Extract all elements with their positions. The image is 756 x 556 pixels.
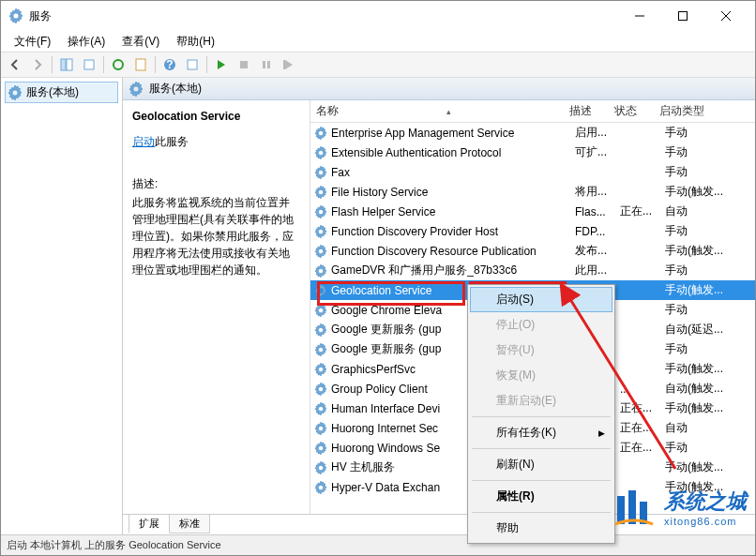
show-hide-tree-button[interactable]	[56, 54, 77, 75]
column-description[interactable]: 描述	[564, 100, 609, 123]
menu-view[interactable]: 查看(V)	[114, 32, 167, 52]
service-row[interactable]: Extensible Authentication Protocol可扩...手…	[310, 143, 755, 162]
watermark-url: xitong86.com	[664, 516, 747, 527]
svg-rect-1	[61, 59, 66, 70]
service-name: Flash Helper Service	[331, 205, 575, 218]
gear-icon	[314, 461, 327, 474]
main-split: Geolocation Service 启动此服务 描述: 此服务将监视系统的当…	[123, 100, 755, 514]
start-service-button[interactable]	[211, 54, 232, 75]
service-startup: 手动(触发...	[665, 361, 751, 377]
gear-icon	[314, 402, 327, 415]
gear-icon	[314, 245, 327, 258]
services-app-icon	[8, 8, 23, 23]
service-row[interactable]: Enterprise App Management Service启用...手动	[310, 123, 755, 143]
start-service-link[interactable]: 启动	[132, 135, 155, 148]
nav-services-local[interactable]: 服务(本地)	[5, 82, 118, 103]
service-startup: 手动	[665, 440, 751, 456]
titlebar: 服务	[1, 1, 755, 31]
svg-rect-5	[136, 59, 145, 70]
gear-icon	[314, 363, 327, 376]
column-startup-type[interactable]: 启动类型	[654, 100, 755, 123]
restart-service-button[interactable]	[279, 54, 299, 75]
gear-icon	[314, 304, 327, 317]
forward-button[interactable]	[27, 54, 48, 75]
maximize-button[interactable]	[661, 1, 704, 31]
service-name: Fax	[331, 166, 575, 179]
service-desc: 启用...	[575, 125, 620, 141]
watermark-text: 系统之城	[664, 489, 747, 513]
service-startup: 手动	[665, 302, 751, 318]
gear-icon	[314, 442, 327, 455]
window: 服务 文件(F) 操作(A) 查看(V) 帮助(H) ? 服务(本地)	[0, 0, 756, 556]
svg-point-4	[113, 60, 123, 69]
cm-refresh[interactable]: 刷新(N)	[470, 452, 612, 477]
back-button[interactable]	[5, 54, 25, 75]
cm-divider	[472, 448, 611, 449]
menu-help[interactable]: 帮助(H)	[169, 32, 222, 52]
submenu-arrow-icon: ▶	[598, 428, 605, 438]
close-button[interactable]	[704, 1, 748, 31]
gear-icon	[314, 343, 327, 356]
cm-properties[interactable]: 属性(R)	[470, 484, 612, 509]
minimize-button[interactable]	[618, 1, 661, 31]
properties-button[interactable]	[130, 54, 151, 75]
svg-rect-10	[263, 61, 265, 68]
service-row[interactable]: GameDVR 和广播用户服务_87b33c6此用...手动	[310, 261, 755, 280]
tab-extended[interactable]: 扩展	[129, 515, 170, 533]
service-row[interactable]: Flash Helper ServiceFlas...正在...自动	[310, 202, 755, 221]
cm-help[interactable]: 帮助	[470, 516, 612, 541]
stop-service-button[interactable]	[234, 54, 254, 75]
service-name: File History Service	[331, 186, 575, 199]
export-button[interactable]	[79, 54, 99, 75]
menu-file[interactable]: 文件(F)	[7, 32, 58, 52]
svg-text:?: ?	[166, 58, 173, 71]
column-name[interactable]: 名称▴	[310, 100, 564, 123]
pause-service-button[interactable]	[256, 54, 277, 75]
gear-icon	[129, 82, 144, 97]
service-desc: Flas...	[575, 205, 620, 218]
gear-icon	[314, 383, 327, 396]
service-row[interactable]: File History Service将用...手动(触发...	[310, 182, 755, 202]
service-row[interactable]: Fax手动	[310, 162, 755, 182]
menubar: 文件(F) 操作(A) 查看(V) 帮助(H)	[1, 31, 755, 52]
svg-rect-9	[240, 61, 248, 68]
service-name: GameDVR 和广播用户服务_87b33c6	[331, 263, 575, 278]
description-text: 此服务将监视系统的当前位置并管理地理围栏(具有关联事件的地理位置)。如果你禁用此…	[132, 194, 300, 278]
service-row[interactable]: Function Discovery Provider HostFDP...手动	[310, 221, 755, 241]
svg-rect-2	[67, 59, 72, 70]
menu-action[interactable]: 操作(A)	[60, 32, 113, 52]
tab-standard[interactable]: 标准	[169, 515, 210, 533]
cm-stop: 停止(O)	[470, 312, 612, 338]
refresh-button[interactable]	[108, 54, 129, 75]
service-status: 正在...	[620, 400, 665, 416]
service-startup: 手动(触发...	[665, 459, 751, 475]
main-pane: 服务(本地) Geolocation Service 启动此服务 描述: 此服务…	[123, 78, 755, 534]
cm-start[interactable]: 启动(S)	[470, 287, 612, 312]
gear-icon	[314, 166, 327, 179]
cm-divider	[472, 416, 611, 417]
service-startup: 手动(触发...	[665, 243, 751, 259]
column-status[interactable]: 状态	[609, 100, 654, 123]
toolbar-icon[interactable]	[182, 54, 203, 75]
service-startup: 手动(触发...	[665, 282, 751, 298]
service-name: Function Discovery Provider Host	[331, 225, 575, 238]
body-area: 服务(本地) 服务(本地) Geolocation Service 启动此服务 …	[1, 78, 755, 534]
cm-divider	[472, 480, 611, 481]
statusbar: 启动 本地计算机 上的服务 Geolocation Service	[1, 534, 755, 555]
nav-pane: 服务(本地)	[1, 78, 123, 534]
cm-resume: 恢复(M)	[470, 363, 612, 388]
service-row[interactable]: Function Discovery Resource Publication发…	[310, 241, 755, 261]
main-header-title: 服务(本地)	[149, 81, 202, 97]
watermark-logo-icon	[612, 485, 657, 530]
service-name: Function Discovery Resource Publication	[331, 245, 575, 258]
service-desc: 可扩...	[575, 144, 620, 160]
service-desc: 将用...	[575, 184, 620, 200]
service-status: 正在...	[620, 420, 665, 436]
cm-pause: 暂停(U)	[470, 338, 612, 363]
gear-icon	[8, 85, 23, 100]
cm-all-tasks[interactable]: 所有任务(K)▶	[470, 420, 612, 445]
help-button[interactable]: ?	[159, 54, 180, 75]
gear-icon	[314, 186, 327, 199]
service-status: 正在...	[620, 440, 665, 456]
svg-rect-14	[617, 496, 625, 524]
